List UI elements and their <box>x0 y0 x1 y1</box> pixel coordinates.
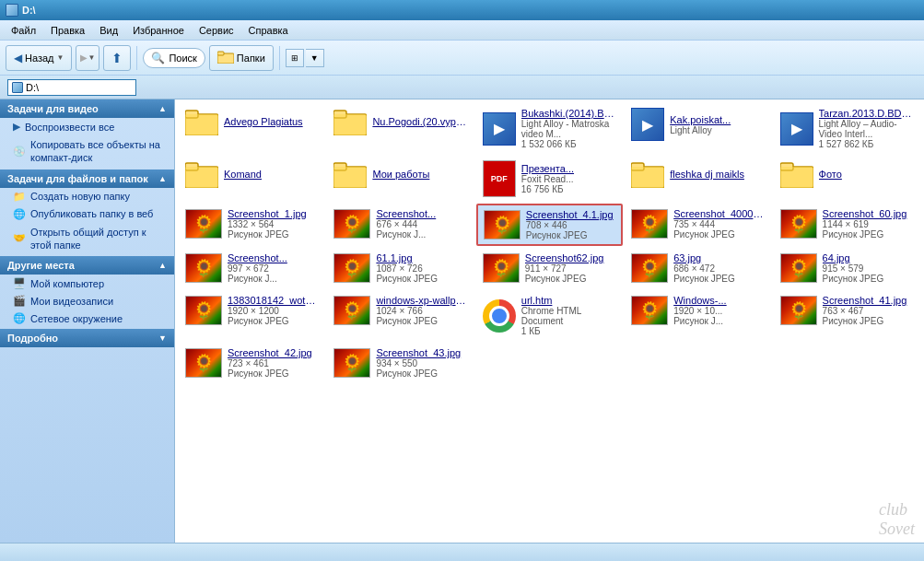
address-input[interactable]: D:\ <box>7 79 136 96</box>
menu-view[interactable]: Вид <box>92 23 125 38</box>
file-item-screenshot40000[interactable]: 🌻 Screenshot_40000.jpg 735 × 444 Рисунок… <box>625 204 771 246</box>
drive-icon-small <box>12 82 23 93</box>
menu-help[interactable]: Справка <box>241 23 296 38</box>
search-box[interactable]: 🔍 Поиск <box>143 48 205 68</box>
computer-icon: 🖥️ <box>13 277 26 289</box>
file-item-advego[interactable]: Advego Plagiatus <box>179 103 325 154</box>
file-item-url-htm[interactable]: url.htm Chrome HTML Document 1 КБ <box>476 290 623 341</box>
image-thumb: 🌻 <box>631 209 668 239</box>
sidebar-section-details-header[interactable]: Подробно ▼ <box>0 329 174 347</box>
up-button[interactable]: ⬆ <box>103 45 131 71</box>
file-item-jpg611[interactable]: 🌻 61.1.jpg 1087 × 726 Рисунок JPEG <box>327 248 474 288</box>
file-item-screenshot43[interactable]: 🌻 Screenshot_43.jpg 934 × 550 Рисунок JP… <box>327 343 474 383</box>
sidebar-item-my-computer[interactable]: 🖥️ Мой компьютер <box>0 275 174 292</box>
file-item-fleshka[interactable]: fleshka dj maikls <box>625 156 771 202</box>
sidebar-item-share[interactable]: 🤝 Открыть общий доступ к этой папке <box>0 223 174 255</box>
file-item-screenshot1[interactable]: 🌻 Screenshot_1.jpg 1332 × 564 Рисунок JP… <box>179 204 325 246</box>
sidebar-section-places: Другие места ▲ 🖥️ Мой компьютер 🎬 Мои ви… <box>0 256 174 327</box>
image-thumb: 🌻 <box>333 209 370 239</box>
search-label: Поиск <box>169 53 196 64</box>
sidebar-toggle-places: ▲ <box>158 261 167 270</box>
sidebar-item-network[interactable]: 🌐 Сетевое окружение <box>0 310 174 327</box>
file-detail1: Foxit Read... <box>521 174 616 184</box>
sidebar-item-play-all[interactable]: ▶ Воспроизвести все <box>0 118 174 135</box>
image-thumb: 🌻 <box>780 253 817 283</box>
file-name: Nu.Pogodi.(20.vypuskov.+22)... <box>372 116 467 127</box>
sidebar-item-my-videos[interactable]: 🎬 Мои видеозаписи <box>0 292 174 310</box>
file-item-nu-pogodi[interactable]: Nu.Pogodi.(20.vypuskov.+22)... <box>327 103 474 154</box>
file-detail1: Light Alloy <box>670 125 765 135</box>
file-item-windows-img[interactable]: 🌻 Windows-... 1920 × 10... Рисунок J... <box>625 290 771 341</box>
file-name: 61.1.jpg <box>376 252 467 263</box>
sidebar-item-create-folder[interactable]: 📁 Создать новую папку <box>0 188 174 205</box>
file-name: Tarzan.2013.D.BDRip_[New-T... <box>819 108 914 119</box>
file-item-wot-artwork[interactable]: 🌻 1383018142_wot_artwork_chi... 1920 × 1… <box>179 290 325 341</box>
folder-icon <box>333 160 367 188</box>
sidebar-section-places-header[interactable]: Другие места ▲ <box>0 256 174 275</box>
file-item-prezentaciya[interactable]: PDF Презента... Foxit Read... 16 756 КБ <box>476 156 623 202</box>
menu-edit[interactable]: Правка <box>43 23 92 38</box>
file-info: Screenshot62.jpg 911 × 727 Рисунок JPEG <box>525 252 616 284</box>
menu-bar: Файл Правка Вид Избранное Сервис Справка <box>0 20 924 41</box>
menu-favorites[interactable]: Избранное <box>125 23 192 38</box>
file-detail2: Рисунок JPEG <box>526 230 615 240</box>
folder-icon <box>631 160 664 188</box>
file-item-screenshot676[interactable]: 🌻 Screenshot... 676 × 444 Рисунок J... <box>327 204 474 246</box>
folder-icon <box>333 108 367 135</box>
folders-button[interactable]: Папки <box>209 45 274 71</box>
file-item-foto[interactable]: Фото <box>774 156 920 202</box>
sidebar-item-publish[interactable]: 🌐 Опубликовать папку в веб <box>0 205 174 223</box>
sidebar-section-video-header[interactable]: Задачи для видео ▲ <box>0 99 174 118</box>
file-detail2: Рисунок JPEG <box>823 274 914 284</box>
image-thumb: 🌻 <box>631 253 668 283</box>
file-item-tarzan[interactable]: ▶ Tarzan.2013.D.BDRip_[New-T... Light Al… <box>774 103 920 154</box>
file-item-screenshot997[interactable]: 🌻 Screenshot... 997 × 672 Рисунок J... <box>179 248 325 288</box>
file-item-screenshot60[interactable]: 🌻 Screenshot_60.jpg 1144 × 619 Рисунок J… <box>774 204 920 246</box>
file-detail1: 1920 × 1200 <box>228 306 319 316</box>
file-item-jpg63[interactable]: 🌻 63.jpg 686 × 472 Рисунок JPEG <box>625 248 771 288</box>
search-icon: 🔍 <box>151 52 165 64</box>
file-name: Screenshot_60.jpg <box>823 208 914 219</box>
file-item-windows-xp-wallpaper[interactable]: 🌻 windows-xp-wallpaper-at-102... 1024 × … <box>327 290 474 341</box>
sidebar-toggle-details: ▼ <box>158 333 167 343</box>
file-name: Windows-... <box>673 295 765 306</box>
file-item-kak-poiskat[interactable]: ▶ Kak.poiskat... Light Alloy <box>625 103 771 154</box>
file-name: windows-xp-wallpaper-at-102... <box>376 295 467 306</box>
file-detail1: 911 × 727 <box>525 263 616 274</box>
file-item-bukashki[interactable]: ▶ Bukashki.(2014).BDRip-AVC.m... Light A… <box>476 103 623 154</box>
image-thumb: 🌻 <box>185 209 222 239</box>
sidebar-item-copy-cd[interactable]: 💿 Копировать все объекты на компакт-диск <box>0 135 174 168</box>
video-file-icon: ▶ <box>631 108 664 141</box>
menu-tools[interactable]: Сервис <box>192 23 241 38</box>
file-detail1: 676 × 444 <box>376 219 467 229</box>
file-detail2: 16 756 КБ <box>521 184 616 194</box>
view-btn-1[interactable]: ⊞ <box>286 49 304 67</box>
view-btn-2[interactable]: ▼ <box>306 49 324 67</box>
file-info: Advego Plagiatus <box>224 116 319 127</box>
file-item-screenshot42[interactable]: 🌻 Screenshot_42.jpg 723 × 461 Рисунок JP… <box>179 343 325 383</box>
file-info: Мои работы <box>372 169 467 180</box>
forward-button[interactable]: ▶ ▼ <box>76 45 99 71</box>
file-item-screenshot62[interactable]: 🌻 Screenshot62.jpg 911 × 727 Рисунок JPE… <box>476 248 623 288</box>
svg-rect-10 <box>185 167 218 188</box>
file-item-screenshot41b[interactable]: 🌻 Screenshot_41.jpg 763 × 467 Рисунок JP… <box>774 290 920 341</box>
menu-file[interactable]: Файл <box>4 23 43 38</box>
file-item-moi-raboty[interactable]: Мои работы <box>327 156 474 202</box>
new-folder-icon: 📁 <box>13 191 26 203</box>
sidebar-section-files-header[interactable]: Задачи для файлов и папок ▲ <box>0 169 174 188</box>
file-detail2: Рисунок JPEG <box>673 274 765 284</box>
image-thumb: 🌻 <box>333 253 370 283</box>
file-item-screenshot41[interactable]: 🌻 Screenshot_4.1.jpg 708 × 446 Рисунок J… <box>476 204 623 246</box>
back-button[interactable]: ◀ Назад ▼ <box>6 45 72 71</box>
file-item-jpg64[interactable]: 🌻 64.jpg 915 × 579 Рисунок JPEG <box>774 248 920 288</box>
file-name: 1383018142_wot_artwork_chi... <box>228 295 319 306</box>
file-name: fleshka dj maikls <box>670 169 765 180</box>
file-detail2: Рисунок JPEG <box>823 229 914 240</box>
file-name: Screenshot... <box>228 252 319 263</box>
file-name: Screenshot_43.jpg <box>376 347 467 358</box>
file-info: Screenshot_40000.jpg 735 × 444 Рисунок J… <box>673 208 765 240</box>
sidebar-item-computer-label: Мой компьютер <box>30 278 104 289</box>
folders-label: Папки <box>237 53 265 64</box>
file-item-komand[interactable]: Komand <box>179 156 325 202</box>
title-bar: D:\ <box>0 0 924 20</box>
